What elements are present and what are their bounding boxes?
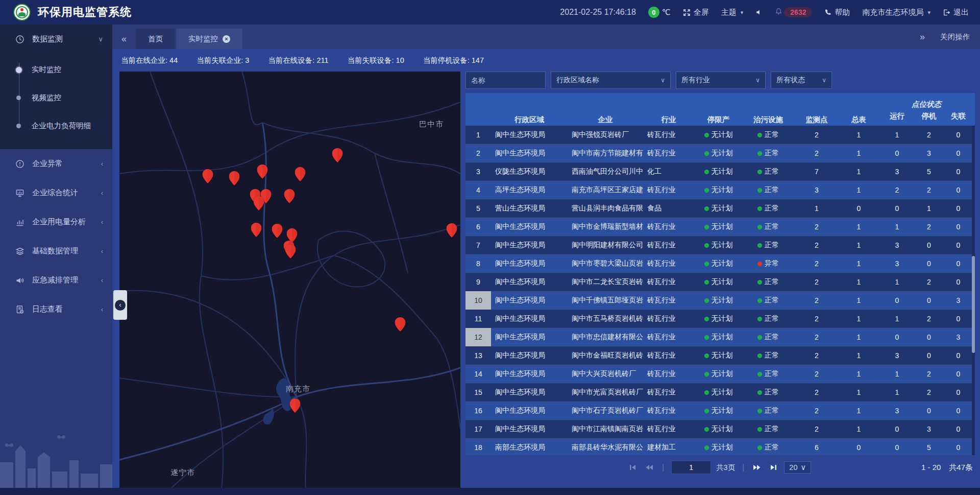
cell-limit: 无计划 [694,438,743,455]
bell-icon [775,8,782,17]
cell-facility: 正常 [743,420,794,438]
table-row[interactable]: 4高坪生态环境局南充市高坪区王家店建砖瓦行业无计划正常31220 [465,181,975,199]
table-row[interactable]: 7阆中生态环境局阆中明阳建材有限公司砖瓦行业无计划正常21300 [465,236,975,254]
status-dot-icon [704,243,709,248]
close-operations-button[interactable]: 关闭操作 [940,32,970,42]
page-number-input[interactable] [671,461,711,474]
tabs-scroll-right-button[interactable]: » [920,32,925,42]
row-index: 17 [465,420,491,438]
logout-button[interactable]: 退出 [943,8,969,17]
mute-button[interactable] [755,9,763,16]
prev-page-button[interactable] [644,462,655,473]
tab-1[interactable]: 实时监控× [176,29,242,49]
table-row[interactable]: 15阆中生态环境局阆中市光富页岩机砖厂砖瓦行业无计划正常21120 [465,383,975,402]
table-row[interactable]: 2阆中生态环境局阆中市南方节能建材有砖瓦行业无计划正常21030 [465,144,975,162]
notifications-button[interactable]: 2632 [775,7,812,17]
cell-points: 2 [794,365,840,383]
col-lost: 失联 [942,110,975,126]
tab-0[interactable]: 首页 [136,29,175,49]
sidebar-item-2[interactable]: 企业综合统计‹ [0,178,112,207]
stat-item-1: 当前失联企业: 3 [197,56,249,65]
theme-dropdown[interactable]: 主题 ▾ [721,8,744,17]
map-pin-icon[interactable] [229,171,240,185]
cell-points: 2 [794,346,840,365]
cell-run: 3 [878,254,916,273]
cell-facility: 正常 [743,126,794,144]
cell-stop: 0 [916,328,942,346]
table-row[interactable]: 9阆中生态环境局阆中市二龙长宝页岩砖砖瓦行业无计划正常21120 [465,273,975,291]
map-pin-icon[interactable] [257,164,267,179]
app-title: 环保用电监管系统 [38,5,132,20]
cell-region: 南部生态环境局 [491,438,568,455]
map-pin-icon[interactable] [290,398,301,413]
table-row[interactable]: 14阆中生态环境局阆中大兴页岩机砖厂砖瓦行业无计划正常21120 [465,365,975,383]
page-size-select[interactable]: 20 ∨ [784,461,811,474]
region-filter-select[interactable]: 行政区域名称 ∨ [551,72,671,89]
table-row[interactable]: 12阆中生态环境局阆中市忠信建材有限公砖瓦行业无计划正常21003 [465,328,975,346]
map-pin-icon[interactable] [284,189,295,203]
map-pin-icon[interactable] [295,167,306,181]
map-pin-icon[interactable] [251,223,261,237]
row-index: 14 [465,365,491,383]
sidebar-item-5[interactable]: 应急减排管理‹ [0,266,112,295]
status-filter-select[interactable]: 所有状态 ∨ [771,72,832,89]
org-dropdown[interactable]: 南充市生态环境局 ▾ [862,8,930,17]
sidebar-subitem-0[interactable]: 实时监控 [0,56,112,84]
sidebar-item-1[interactable]: 企业异常‹ [0,149,112,178]
map-pin-icon[interactable] [203,169,213,183]
temperature-badge: 0 [648,7,659,18]
map-panel[interactable]: 巴中市南充市遂宁市 [119,72,460,488]
cell-meters: 1 [840,310,878,328]
table-row[interactable]: 6阆中生态环境局阆中市金博瑞新型墙材砖瓦行业无计划正常21120 [465,218,975,236]
tabs-scroll-left-button[interactable]: « [112,29,136,49]
cell-lost: 3 [942,328,975,346]
chevron-down-icon: ▾ [927,9,930,16]
row-index: 1 [465,126,491,144]
chevron-down-icon: ∨ [800,463,806,472]
last-page-button[interactable] [768,462,779,473]
col-meters: 总表 [840,93,878,126]
sidebar-item-4[interactable]: 基础数据管理‹ [0,237,112,266]
bullet-icon [16,67,22,73]
close-icon[interactable]: × [223,35,230,43]
sidebar-item-label: 企业综合统计 [32,188,93,198]
table-row[interactable]: 17阆中生态环境局阆中市江南镇阆南页岩砖瓦行业无计划正常21030 [465,420,975,438]
log-icon [15,305,24,314]
fullscreen-button[interactable]: 全屏 [683,8,709,17]
cell-run: 1 [878,126,916,144]
tab-label: 实时监控 [188,34,218,44]
map-pin-icon[interactable] [332,148,342,162]
map-pin-icon[interactable] [395,317,405,332]
sidebar-item-0[interactable]: 数据监测∨ [0,25,112,54]
industry-filter-select[interactable]: 所有行业 ∨ [676,72,766,89]
table-row[interactable]: 13阆中生态环境局阆中市金福旺页岩机砖砖瓦行业无计划正常21300 [465,346,975,365]
table-row[interactable]: 11阆中生态环境局阆中市五马桥页岩机砖砖瓦行业无计划正常21120 [465,310,975,328]
cell-points: 2 [794,126,840,144]
sidebar-subitem-2[interactable]: 企业电力负荷明细 [0,112,112,140]
table-scrollbar-thumb[interactable] [972,256,975,353]
map-pin-icon[interactable] [272,224,283,238]
table-row[interactable]: 5营山生态环境局营山县润丰肉食品有限食品无计划正常10010 [465,199,975,218]
table-row[interactable]: 1阆中生态环境局阆中强锐页岩砖厂砖瓦行业无计划正常21120 [465,126,975,144]
table-row[interactable]: 16阆中生态环境局阆中市石子页岩机砖厂砖瓦行业无计划正常21300 [465,402,975,420]
table-row[interactable]: 18南部生态环境局南部县砖华水泥有限公建材加工无计划正常60050 [465,438,975,455]
next-page-button[interactable] [751,462,763,473]
table-row[interactable]: 8阆中生态环境局阆中市枣碧大梁山页岩砖瓦行业无计划异常21300 [465,254,975,273]
cell-lost: 0 [942,438,975,455]
sidebar-collapse-handle[interactable]: ‹ [113,290,127,320]
name-filter-input[interactable] [465,72,546,89]
cell-region: 阆中生态环境局 [491,420,568,438]
map-pin-icon[interactable] [446,223,457,238]
table-row[interactable]: 3仪陇生态环境局西南油气田分公司川中化工无计划正常71350 [465,162,975,181]
status-dot-icon [757,262,762,266]
cell-lost: 0 [942,236,975,254]
table-row[interactable]: 10阆中生态环境局阆中千佛镇五郎垭页岩砖瓦行业无计划正常21003 [465,291,975,310]
sidebar-subitem-1[interactable]: 视频监控 [0,84,112,112]
map-pin-icon[interactable] [254,196,264,210]
sidebar-item-3[interactable]: 企业用电量分析‹ [0,207,112,237]
map-pin-icon[interactable] [285,244,296,258]
first-page-button[interactable] [627,462,639,473]
sidebar-item-6[interactable]: 日志查看‹ [0,295,112,324]
help-button[interactable]: 帮助 [824,8,850,17]
status-dot-icon [757,206,762,211]
